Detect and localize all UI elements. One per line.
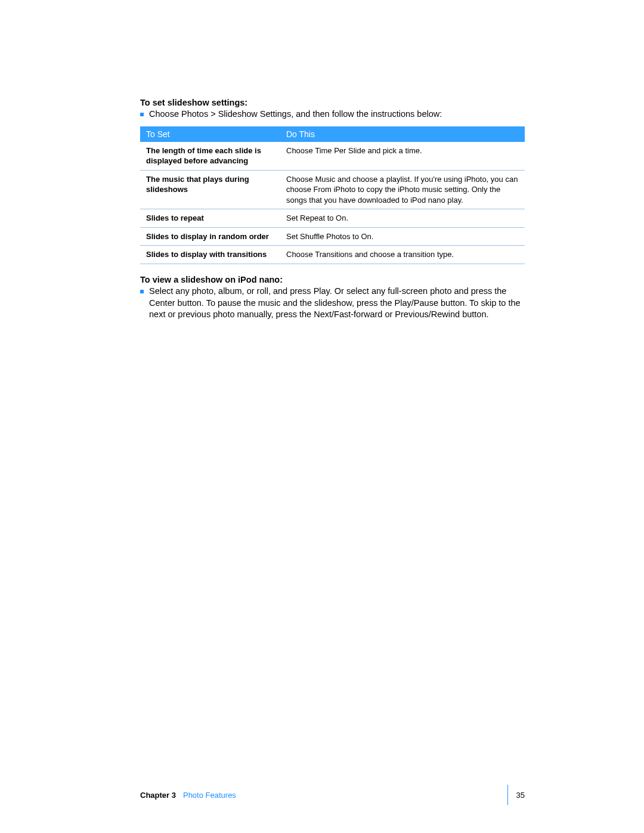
chapter-label: Chapter 3 [140, 791, 176, 800]
table-cell-do: Set Repeat to On. [280, 209, 525, 228]
table-cell-do: Choose Time Per Slide and pick a time. [280, 142, 525, 171]
section-heading: To set slideshow settings: [140, 98, 525, 107]
separator-icon [507, 785, 508, 805]
bullet-item: Select any photo, album, or roll, and pr… [140, 286, 525, 321]
table-cell-set: The length of time each slide is display… [140, 142, 280, 171]
table-cell-set: Slides to repeat [140, 209, 280, 228]
section-heading: To view a slideshow on iPod nano: [140, 275, 525, 284]
table-cell-do: Choose Transitions and choose a transiti… [280, 246, 525, 264]
table-cell-set: The music that plays during slideshows [140, 170, 280, 209]
table-row: The music that plays during slideshows C… [140, 170, 525, 209]
document-page: To set slideshow settings: Choose Photos… [0, 0, 644, 833]
chapter-title: Photo Features [183, 791, 236, 800]
bullet-text: Choose Photos > Slideshow Settings, and … [149, 109, 442, 120]
table-row: The length of time each slide is display… [140, 142, 525, 171]
bullet-item: Choose Photos > Slideshow Settings, and … [140, 109, 525, 120]
settings-table: To Set Do This The length of time each s… [140, 126, 525, 264]
bullet-text: Select any photo, album, or roll, and pr… [149, 286, 525, 321]
page-number: 35 [516, 791, 525, 800]
table-header-row: To Set Do This [140, 126, 525, 142]
page-number-wrap: 35 [507, 785, 525, 805]
table-cell-do: Set Shuffle Photos to On. [280, 227, 525, 246]
table-cell-set: Slides to display in random order [140, 227, 280, 246]
table-header-cell: To Set [140, 126, 280, 142]
table-cell-do: Choose Music and choose a playlist. If y… [280, 170, 525, 209]
table-row: Slides to repeat Set Repeat to On. [140, 209, 525, 228]
bullet-icon [140, 290, 144, 293]
table-cell-set: Slides to display with transitions [140, 246, 280, 264]
table-header-cell: Do This [280, 126, 525, 142]
bullet-icon [140, 113, 144, 116]
table-row: Slides to display with transitions Choos… [140, 246, 525, 264]
table-row: Slides to display in random order Set Sh… [140, 227, 525, 246]
page-footer: Chapter 3 Photo Features 35 [140, 785, 525, 805]
